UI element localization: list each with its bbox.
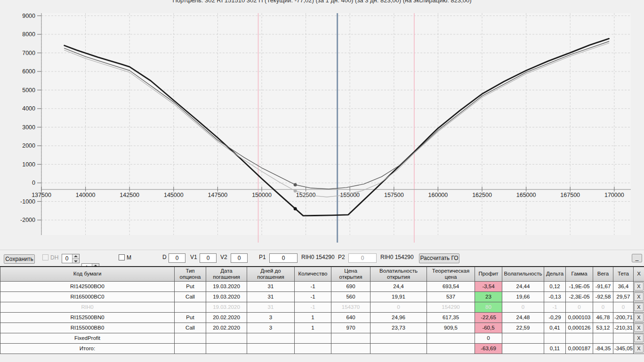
column-header[interactable]: Дельта (544, 267, 566, 281)
table-cell: Call (175, 323, 206, 333)
column-header[interactable]: Вега (593, 267, 613, 281)
table-row[interactable]: RIH019.03.202031-11543700154290800-1000X (0, 302, 644, 312)
table-cell: 537 (427, 291, 475, 302)
delete-cell: X (634, 291, 644, 302)
column-header[interactable]: Тета (613, 267, 634, 281)
table-cell: -2,3E-05 (566, 291, 593, 302)
dh-days-stepper[interactable]: 0 (62, 254, 80, 263)
column-header[interactable]: Код бумаги (0, 267, 175, 281)
table-cell: 3 (247, 312, 295, 323)
table-cell: 19,91 (370, 291, 427, 302)
plot-area[interactable] (41, 13, 631, 235)
y-tick-label: 3000 (22, 124, 35, 131)
positions-table: Код бумагиТип опционаДата погашенияДней … (0, 266, 644, 354)
series-marker[interactable] (294, 207, 297, 210)
x-tick-label: 147500 (208, 192, 228, 198)
stepper-up-icon[interactable] (72, 254, 79, 259)
m-checkbox[interactable] (119, 254, 125, 260)
delete-row-button[interactable]: X (634, 282, 644, 291)
x-tick-label: 157500 (384, 192, 404, 198)
minimize-button[interactable]: _ (632, 254, 642, 262)
table-row[interactable]: RI142500BO0Put19.03.202031-169024,4693,5… (0, 281, 644, 291)
save-button[interactable]: Сохранить (4, 254, 35, 264)
table-row[interactable]: RI155000BB0Call20.02.20203197023,73909,5… (0, 323, 644, 333)
profile-chart-panel[interactable]: Портфель: 302 RI 151510 302 П (Текущий: … (0, 0, 644, 250)
x-tick-label: 150000 (252, 192, 272, 198)
delete-row-button[interactable]: X (634, 313, 644, 322)
table-cell: Put (175, 312, 206, 323)
column-header[interactable]: X (634, 267, 644, 281)
v1-label: V1 (190, 254, 197, 260)
d-input[interactable] (169, 253, 185, 263)
column-header[interactable]: Волатильность (502, 267, 544, 281)
table-cell: -1 (295, 281, 331, 291)
p1-label: P1 (259, 254, 266, 260)
x-tick-label: 162500 (472, 192, 492, 198)
delete-row-button[interactable]: X (634, 292, 644, 301)
column-header[interactable]: Тип опциона (175, 267, 206, 281)
table-row[interactable]: FixedProfit0X (0, 333, 644, 343)
v2-input[interactable] (231, 253, 248, 263)
table-cell: 36,4 (613, 281, 634, 291)
table-cell: 0 (502, 302, 544, 312)
table-cell: -0,29 (544, 312, 566, 323)
dh-checkbox[interactable] (42, 254, 48, 260)
table-cell (566, 333, 593, 343)
delete-row-button[interactable]: X (634, 323, 644, 332)
delete-row-button[interactable]: X (634, 344, 644, 353)
table-cell (175, 302, 206, 312)
table-cell (613, 333, 634, 343)
x-tick-label: 152500 (296, 192, 316, 198)
table-cell: 0,000126 (566, 323, 593, 333)
column-header[interactable]: Цена открытия (331, 267, 370, 281)
table-row[interactable]: RI152500BN0Put20.02.20203164024,96617,35… (0, 312, 644, 323)
table-cell: 31 (247, 291, 295, 302)
table-cell: 0,000103 (566, 312, 593, 323)
x-tick-label: 145000 (164, 192, 184, 198)
table-cell: -92,58 (593, 291, 613, 302)
table-cell: 693,54 (427, 281, 475, 291)
table-cell: -1,9E-05 (566, 281, 593, 291)
profit-cell: 23 (475, 291, 502, 302)
table-cell (370, 343, 427, 354)
table-row[interactable]: RI165000BC0Call19.03.202031-156019,91537… (0, 291, 644, 302)
table-cell: -84,35 (593, 343, 613, 354)
payoff-chart[interactable]: 9000800070006000500040003000200010000-10… (0, 0, 644, 250)
table-cell: -0,13 (544, 291, 566, 302)
delete-row-button[interactable]: X (634, 303, 644, 311)
delete-cell: X (634, 343, 644, 354)
series-marker[interactable] (294, 189, 297, 192)
calc-margin-button[interactable]: Рассчитать ГО (419, 253, 459, 263)
delete-row-button[interactable]: X (634, 334, 644, 342)
table-cell: 640 (331, 312, 370, 323)
table-cell (544, 333, 566, 343)
column-header[interactable]: Профит (475, 267, 502, 281)
column-header[interactable]: Теоретическая цена (427, 267, 475, 281)
table-cell: RI152500BN0 (0, 312, 175, 323)
table-cell (427, 343, 475, 354)
column-header[interactable]: Дата погашения (206, 267, 247, 281)
table-cell: 1 (295, 323, 331, 333)
column-header[interactable]: Гамма (566, 267, 593, 281)
table-cell: RI165000BC0 (0, 291, 175, 302)
delete-cell: X (634, 312, 644, 323)
p2-input[interactable] (348, 253, 377, 263)
v1-input[interactable] (200, 253, 217, 263)
column-header[interactable]: Волатильность открытия (370, 267, 427, 281)
table-cell (175, 333, 206, 343)
column-header[interactable]: Количество (295, 267, 331, 281)
table-header-row: Код бумагиТип опционаДата погашенияДней … (0, 267, 644, 281)
column-header[interactable]: Дней до погашения (247, 267, 295, 281)
table-row[interactable]: Итого:-63,690,110,000187-84,35-345,05X (0, 343, 644, 354)
p1-input[interactable] (269, 253, 298, 263)
table-cell: FixedProfit (0, 333, 175, 343)
stepper-down-icon[interactable] (72, 259, 79, 263)
table-cell: -91,67 (593, 281, 613, 291)
table-cell: 0,12 (544, 281, 566, 291)
table-cell: 154370 (331, 302, 370, 312)
v2-label: V2 (220, 254, 227, 260)
y-tick-label: 4000 (22, 105, 35, 112)
toolbar: Сохранить DH 0 1 M D V1 V2 P1 RIH0 15429… (0, 250, 644, 266)
series-marker[interactable] (294, 183, 297, 186)
delete-cell: X (634, 323, 644, 333)
